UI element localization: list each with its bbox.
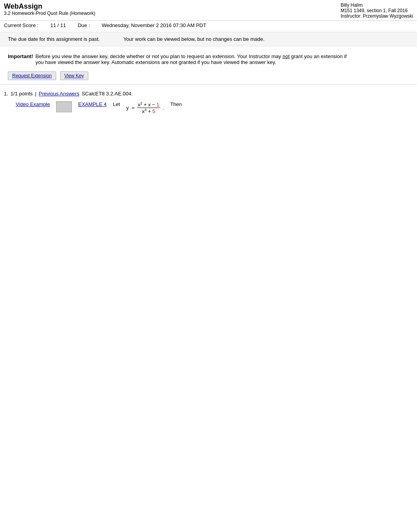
instructor-info: Instructor: Przemyslaw Wyzgowski: [340, 13, 413, 19]
header-left: WebAssign 3.2 Homework-Prod Quot Rule (H…: [4, 2, 95, 16]
due-label: Due :: [78, 22, 90, 28]
example-link[interactable]: EXAMPLE 4: [78, 101, 106, 107]
notice-left: The due date for this assignment is past…: [8, 36, 100, 42]
points-display: 1/1 points: [11, 91, 33, 97]
problem-code: SCalcET8 3.2.AE.004.: [82, 91, 133, 97]
separator-pipe: |: [35, 91, 36, 97]
view-key-button[interactable]: View Key: [60, 71, 88, 80]
course-info: M151 1349, section 1, Fall 2016: [340, 8, 413, 13]
numerator: x2 + x − 1: [137, 101, 160, 108]
important-text: Before you view the answer key, decide w…: [35, 53, 347, 65]
due-date: Wednesday, November 2 2016 07:30 AM PDT: [102, 22, 206, 28]
question-number: 1.: [4, 91, 8, 97]
period: .: [163, 105, 164, 111]
equation-display: y = x2 + x − 1 x3 + 5 .: [126, 101, 164, 115]
then-text: Then: [170, 101, 182, 107]
previous-answers-link[interactable]: Previous Answers: [39, 91, 79, 97]
user-name: Billy Halim: [340, 2, 413, 8]
score-value: 11 / 11: [50, 22, 66, 28]
notice-right: Your work can be viewed below, but no ch…: [123, 36, 264, 42]
request-extension-button[interactable]: Request Extension: [8, 71, 56, 80]
y-equals: y =: [126, 105, 135, 111]
header-right: Billy Halim M151 1349, section 1, Fall 2…: [340, 2, 413, 19]
separator: [0, 84, 417, 84]
video-example-link[interactable]: Video Example: [16, 101, 50, 107]
denominator: x3 + 5: [141, 108, 156, 114]
let-text: Let: [113, 101, 120, 107]
important-label: Important!: [8, 53, 33, 59]
app-title: WebAssign: [4, 2, 95, 11]
video-thumbnail[interactable]: [56, 101, 72, 112]
score-label: Current Score :: [4, 22, 38, 28]
assignment-title: 3.2 Homework-Prod Quot Rule (Homework): [4, 11, 95, 16]
fraction: x2 + x − 1 x3 + 5: [137, 101, 160, 115]
